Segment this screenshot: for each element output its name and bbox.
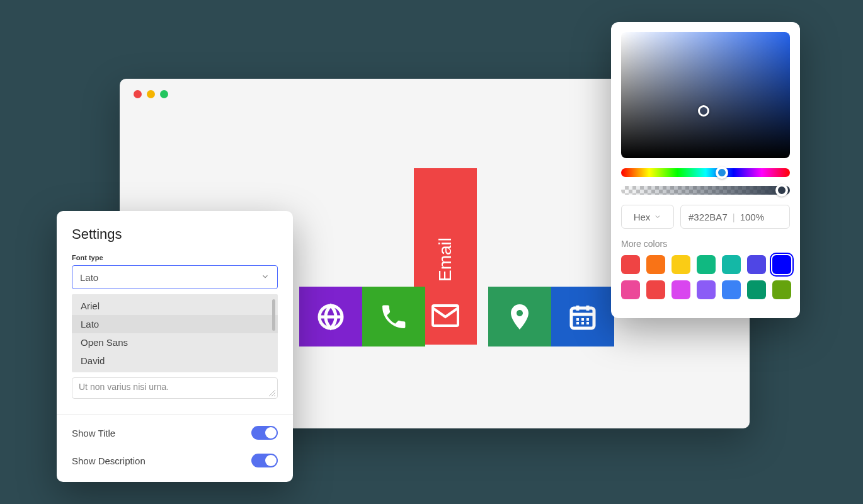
toggle-show-description[interactable] [251, 454, 278, 467]
traffic-minimize[interactable] [147, 90, 155, 98]
traffic-lights [134, 90, 168, 98]
toggle-label-title: Show Title [72, 428, 115, 438]
color-picker-panel: Hex #322BA7 | 100% More colors [611, 22, 800, 318]
swatch-5[interactable] [747, 255, 766, 274]
swatch-4[interactable] [722, 255, 741, 274]
icon-button-calendar[interactable] [551, 287, 614, 346]
font-select-value: Lato [80, 272, 98, 283]
swatch-8[interactable] [646, 280, 665, 299]
swatch-10[interactable] [697, 280, 716, 299]
font-dropdown: Ariel Lato Open Sans David [72, 294, 278, 372]
description-textarea[interactable]: Ut non varius nisi urna. [72, 377, 278, 399]
color-format-select[interactable]: Hex [621, 205, 674, 229]
font-option-ariel[interactable]: Ariel [72, 297, 278, 315]
font-select[interactable]: Lato [72, 265, 278, 289]
color-format-value: Hex [634, 212, 651, 222]
settings-title: Settings [72, 226, 278, 243]
divider [57, 414, 293, 415]
hue-slider[interactable] [621, 168, 790, 177]
textarea-text: Ut non varius nisi urna. [79, 382, 169, 392]
swatch-11[interactable] [722, 280, 741, 299]
alpha-cursor[interactable] [775, 184, 788, 197]
swatch-2[interactable] [672, 255, 690, 274]
swatch-grid [621, 255, 790, 299]
globe-icon [316, 302, 346, 332]
swatch-9[interactable] [672, 280, 690, 299]
phone-icon [379, 302, 409, 332]
icon-button-globe[interactable] [299, 287, 362, 346]
calendar-icon [568, 302, 598, 332]
toggle-label-description: Show Description [72, 455, 146, 466]
swatch-12[interactable] [747, 280, 766, 299]
traffic-maximize[interactable] [160, 90, 168, 98]
font-option-lato[interactable]: Lato [72, 315, 278, 333]
location-icon [505, 302, 535, 332]
email-label: Email [435, 238, 455, 282]
color-gradient-area[interactable] [621, 32, 790, 158]
alpha-value: 100% [740, 212, 764, 222]
icon-button-location[interactable] [488, 287, 551, 346]
chevron-down-icon [261, 272, 270, 283]
more-colors-label: More colors [621, 239, 790, 249]
gradient-cursor[interactable] [698, 105, 709, 117]
swatch-3[interactable] [697, 255, 716, 274]
dropdown-scrollbar[interactable] [272, 299, 275, 331]
font-option-opensans[interactable]: Open Sans [72, 333, 278, 352]
icon-button-email-spacer [425, 287, 488, 346]
toggle-row-description: Show Description [57, 454, 293, 467]
alpha-slider[interactable] [621, 186, 790, 195]
swatch-13[interactable] [772, 280, 791, 299]
swatch-7[interactable] [621, 280, 640, 299]
resize-handle-icon[interactable] [269, 390, 275, 396]
swatch-1[interactable] [646, 255, 665, 274]
pipe-divider: | [733, 212, 735, 222]
toggle-show-title[interactable] [251, 426, 278, 440]
font-type-label: Font type [72, 254, 278, 261]
hue-cursor[interactable] [716, 166, 728, 179]
settings-panel: Settings Font type Lato Ariel Lato Open … [57, 211, 293, 482]
font-option-david[interactable]: David [72, 352, 278, 370]
icon-button-phone[interactable] [362, 287, 425, 346]
icon-row [299, 287, 614, 346]
color-value-input[interactable]: #322BA7 | 100% [680, 205, 790, 229]
toggle-row-title: Show Title [57, 426, 293, 440]
swatch-6[interactable] [772, 255, 791, 274]
traffic-close[interactable] [134, 90, 142, 98]
chevron-down-icon [654, 213, 661, 220]
swatch-0[interactable] [621, 255, 640, 274]
hex-value: #322BA7 [689, 212, 728, 222]
